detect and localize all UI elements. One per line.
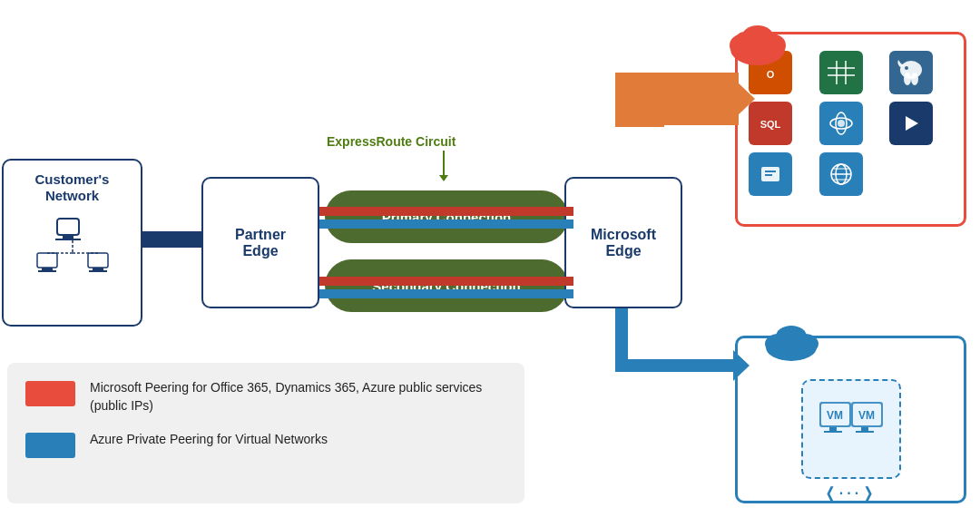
svg-text:VM: VM xyxy=(827,409,843,422)
legend-item-blue: Azure Private Peering for Virtual Networ… xyxy=(25,431,506,458)
partner-edge-label: Partner Edge xyxy=(235,227,286,259)
globe-icon xyxy=(819,152,863,196)
svg-text:VM: VM xyxy=(858,409,875,422)
svg-point-32 xyxy=(838,120,845,127)
svg-point-24 xyxy=(904,73,911,85)
svg-rect-57 xyxy=(861,427,868,431)
svg-rect-8 xyxy=(93,268,103,270)
blue-horiz-right xyxy=(615,359,738,372)
svg-rect-4 xyxy=(37,253,57,268)
legend-box: Microsoft Peering for Office 365, Dynami… xyxy=(7,363,524,503)
legend-red-text: Microsoft Peering for Office 365, Dynami… xyxy=(90,379,506,415)
hdinsight-icon xyxy=(889,51,933,94)
legend-blue-box xyxy=(25,433,75,458)
svg-rect-58 xyxy=(856,431,874,433)
diagram-container: Customer's Network xyxy=(0,0,980,527)
expressroute-label: ExpressRoute Circuit xyxy=(327,134,456,149)
blue-line-secondary xyxy=(319,289,573,298)
svg-rect-2 xyxy=(55,239,81,240)
red-cloud-icon xyxy=(726,20,789,74)
blue-cloud-icon xyxy=(762,320,821,369)
primary-connection-pill: Primary Connection xyxy=(325,190,568,243)
customers-network-box: Customer's Network xyxy=(2,159,142,327)
cosmosdb-icon xyxy=(819,102,863,145)
customers-network-label: Customer's Network xyxy=(35,171,110,204)
expressroute-arrow xyxy=(443,151,445,176)
dots-indicator: ❬···❭ xyxy=(824,484,877,502)
svg-rect-9 xyxy=(89,270,107,272)
legend-red-box xyxy=(25,381,75,406)
svg-point-26 xyxy=(905,66,908,70)
svg-point-48 xyxy=(776,326,807,347)
legend-blue-text: Azure Private Peering for Virtual Networ… xyxy=(90,431,328,449)
sql-icon: SQL xyxy=(749,102,792,145)
svg-point-25 xyxy=(911,73,918,85)
orange-vert-segment xyxy=(615,73,664,127)
secondary-connection-pill: Secondary Connection xyxy=(325,259,568,312)
azure-box-icon xyxy=(749,152,792,196)
blue-line-primary xyxy=(319,220,573,229)
stream-analytics-icon xyxy=(889,102,933,145)
blue-vert-down xyxy=(615,308,628,363)
svg-text:SQL: SQL xyxy=(760,119,781,130)
svg-rect-0 xyxy=(57,219,79,235)
svg-point-23 xyxy=(900,61,922,79)
microsoft-edge-label: Microsoft Edge xyxy=(591,227,656,259)
svg-rect-5 xyxy=(42,268,53,270)
red-line-secondary xyxy=(319,277,573,286)
svg-rect-37 xyxy=(765,171,776,172)
table-storage-icon xyxy=(819,51,863,94)
blue-arrow-head xyxy=(733,350,750,381)
connector-customer-partner xyxy=(142,231,201,248)
svg-rect-1 xyxy=(63,235,74,239)
svg-rect-7 xyxy=(88,253,108,268)
svg-rect-18 xyxy=(828,61,855,84)
network-icon xyxy=(32,215,113,282)
orange-arrow-head xyxy=(735,80,755,118)
svg-rect-38 xyxy=(765,174,772,176)
partner-edge-box: Partner Edge xyxy=(201,177,319,308)
legend-item-red: Microsoft Peering for Office 365, Dynami… xyxy=(25,379,506,415)
microsoft-edge-box: Microsoft Edge xyxy=(564,177,682,308)
vm-icon-container: VM VM xyxy=(801,379,901,479)
svg-point-15 xyxy=(741,25,774,51)
svg-rect-52 xyxy=(829,427,837,431)
svg-rect-53 xyxy=(824,431,842,433)
svg-rect-6 xyxy=(38,270,56,272)
red-line-primary xyxy=(319,207,573,216)
orange-horiz-segment xyxy=(662,73,739,125)
